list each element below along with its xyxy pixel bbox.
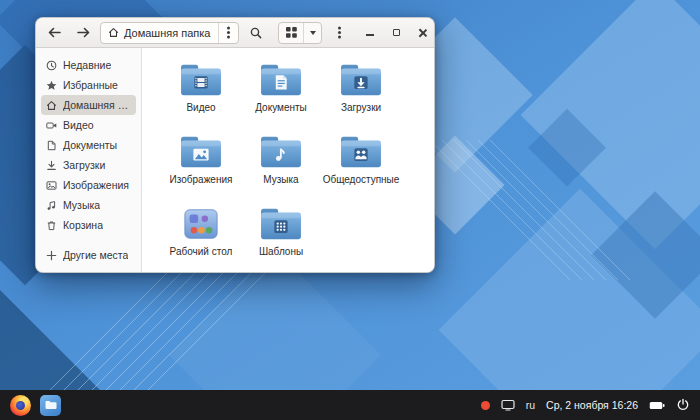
sidebar-item-videos[interactable]: Видео xyxy=(41,115,136,135)
close-button[interactable] xyxy=(412,23,432,43)
folder-glyph-icon xyxy=(45,400,57,410)
sidebar-item-pictures[interactable]: Изображения xyxy=(41,175,136,195)
folder-public-icon xyxy=(338,132,384,172)
sidebar-item-label: Видео xyxy=(63,119,94,131)
home-icon xyxy=(46,100,57,111)
file-label: Документы xyxy=(255,102,307,114)
close-icon xyxy=(417,28,427,38)
star-icon xyxy=(46,80,57,91)
sidebar-item-label: Недавние xyxy=(63,59,111,71)
taskbar-status: ru Ср, 2 ноября 16:26 xyxy=(481,398,690,412)
sidebar-item-starred[interactable]: Избранные xyxy=(41,75,136,95)
grid-view-button[interactable] xyxy=(279,23,303,43)
sidebar-item-label: Музыка xyxy=(63,199,100,211)
folder-public[interactable]: Общедоступные xyxy=(321,132,401,204)
keyboard-layout-indicator[interactable]: ru xyxy=(526,399,535,411)
folder-templates[interactable]: Шаблоны xyxy=(241,204,321,272)
folder-videos-icon xyxy=(178,60,224,100)
sidebar-item-documents[interactable]: Документы xyxy=(41,135,136,155)
files-window: Домашняя папка xyxy=(35,17,435,273)
sidebar-item-label: Избранные xyxy=(63,79,118,91)
vertical-dots-icon xyxy=(227,31,230,34)
sidebar-item-label: Другие места xyxy=(63,249,128,261)
folder-documents[interactable]: Документы xyxy=(241,60,321,132)
arrow-left-icon xyxy=(48,27,61,38)
sidebar-item-downloads[interactable]: Загрузки xyxy=(41,155,136,175)
sidebar-item-music[interactable]: Музыка xyxy=(41,195,136,215)
sidebar-item-label: Документы xyxy=(63,139,117,151)
search-button[interactable] xyxy=(244,22,268,44)
arrow-right-icon xyxy=(77,27,90,38)
folder-templates-icon xyxy=(258,204,304,244)
plus-icon xyxy=(46,250,57,261)
sidebar-item-home[interactable]: Домашняя папка xyxy=(41,95,136,115)
minimize-button[interactable] xyxy=(360,23,380,43)
desktop-folder[interactable]: Рабочий стол xyxy=(161,204,241,272)
file-label: Музыка xyxy=(263,174,298,186)
maximize-button[interactable] xyxy=(386,23,406,43)
forward-button[interactable] xyxy=(71,22,95,44)
file-label: Рабочий стол xyxy=(170,246,233,258)
view-toggle-group xyxy=(278,22,322,44)
vertical-dots-icon xyxy=(338,31,341,34)
firefox-icon[interactable] xyxy=(10,395,31,416)
folder-music-icon xyxy=(258,132,304,172)
file-label: Изображения xyxy=(170,174,233,186)
folder-documents-icon xyxy=(258,60,304,100)
sidebar-item-label: Домашняя папка xyxy=(63,99,131,111)
back-button[interactable] xyxy=(42,22,66,44)
folder-pictures[interactable]: Изображения xyxy=(161,132,241,204)
sidebar-item-trash[interactable]: Корзина xyxy=(41,215,136,235)
file-label: Общедоступные xyxy=(323,174,400,186)
trash-icon xyxy=(46,220,57,231)
grid-view-icon xyxy=(286,27,297,38)
folder-videos[interactable]: Видео xyxy=(161,60,241,132)
home-icon xyxy=(108,27,119,38)
folder-downloads-icon xyxy=(338,60,384,100)
sidebar-item-label: Изображения xyxy=(63,179,129,191)
clock[interactable]: Ср, 2 ноября 16:26 xyxy=(546,399,638,411)
sidebar-item-other-locations[interactable]: Другие места xyxy=(41,245,136,265)
window-controls xyxy=(360,23,432,43)
power-icon[interactable] xyxy=(676,398,690,412)
desktop: Домашняя папка xyxy=(0,0,700,420)
location-menu-button[interactable] xyxy=(218,23,238,43)
music-icon xyxy=(46,200,57,211)
file-label: Видео xyxy=(186,102,215,114)
recent-icon xyxy=(46,60,57,71)
file-view: Видео Документы Загрузки xyxy=(142,48,434,272)
screen-share-icon[interactable] xyxy=(501,399,515,411)
taskbar: ru Ср, 2 ноября 16:26 xyxy=(0,390,700,420)
magnifier-icon xyxy=(250,27,262,39)
battery-icon[interactable] xyxy=(649,400,665,411)
sidebar-item-label: Корзина xyxy=(63,219,103,231)
folder-downloads[interactable]: Загрузки xyxy=(321,60,401,132)
folder-music[interactable]: Музыка xyxy=(241,132,321,204)
video-icon xyxy=(46,120,57,131)
folder-pictures-icon xyxy=(178,132,224,172)
view-options-button[interactable] xyxy=(303,23,321,43)
file-label: Шаблоны xyxy=(259,246,303,258)
taskbar-apps xyxy=(10,395,61,416)
files-app-icon[interactable] xyxy=(40,395,61,416)
headerbar: Домашняя папка xyxy=(36,18,434,48)
download-icon xyxy=(46,160,57,171)
caret-down-icon xyxy=(310,31,316,35)
window-menu-button[interactable] xyxy=(327,22,351,44)
document-icon xyxy=(46,140,57,151)
recording-indicator-icon[interactable] xyxy=(481,401,490,410)
files-grid: Видео Документы Загрузки xyxy=(161,60,434,272)
sidebar-item-recent[interactable]: Недавние xyxy=(41,55,136,75)
current-location-label: Домашняя папка xyxy=(119,27,218,39)
sidebar-item-label: Загрузки xyxy=(63,159,105,171)
sidebar: Недавние Избранные Домашняя папка Видео xyxy=(36,48,142,272)
minimize-icon xyxy=(366,34,374,36)
maximize-icon xyxy=(393,29,400,36)
picture-icon xyxy=(46,180,57,191)
window-body: Недавние Избранные Домашняя папка Видео xyxy=(36,48,434,272)
path-bar[interactable]: Домашняя папка xyxy=(100,22,239,44)
file-label: Загрузки xyxy=(341,102,381,114)
desktop-folder-icon xyxy=(178,204,224,244)
